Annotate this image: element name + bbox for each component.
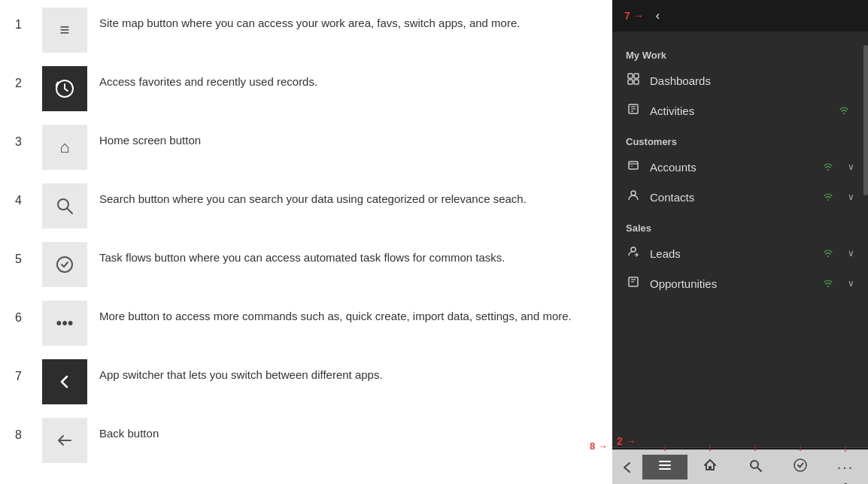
item-text-1: Site map button where you can access you… (99, 8, 520, 31)
list-item-8: 8Back button (15, 418, 583, 463)
chevron-down-icon: ∨ (848, 248, 854, 259)
sidebar-item-opportunities[interactable]: Opportunities∨ (612, 268, 868, 298)
icon-box-4[interactable] (42, 183, 87, 228)
svg-point-14 (631, 191, 636, 195)
sidebar-icon-accounts (626, 159, 641, 174)
section-label-customers: Customers (612, 126, 868, 152)
sidebar-label-leads: Leads (650, 247, 813, 260)
list-item-5: 5Task flows button where you can access … (15, 242, 583, 287)
sidebar-item-leads[interactable]: Leads∨ (612, 238, 868, 268)
wifi-icon (822, 192, 834, 203)
sidebar-icon-dashboards (626, 73, 641, 88)
item-number-3: 3 (15, 125, 30, 149)
nav-arrow-5: ↓ (798, 441, 803, 453)
svg-line-25 (757, 467, 761, 471)
nav-taskflow-button[interactable]: 5↓ (778, 455, 823, 479)
sidebar-back-button[interactable]: ‹ (656, 9, 660, 23)
wifi-icon (822, 278, 834, 289)
item-text-3: Home screen button (99, 125, 201, 148)
sidebar-scrollbar[interactable] (863, 45, 868, 195)
sidebar-item-dashboards[interactable]: Dashboards (612, 65, 868, 95)
svg-point-3 (57, 257, 72, 272)
nav-arrow-3: ↓ (708, 441, 713, 453)
sidebar-label-dashboards: Dashboards (650, 74, 854, 87)
item-number-2: 2 (15, 66, 30, 90)
svg-point-15 (631, 247, 636, 252)
sidebar-label-accounts: Accounts (650, 161, 813, 174)
bottom-nav: 8 →1↓3↓4↓5↓···6↓ (612, 449, 868, 484)
wifi-icon (838, 105, 850, 116)
item-number-7: 7 (15, 359, 30, 383)
svg-rect-5 (634, 74, 639, 78)
nav-icon-nav-search-button (748, 458, 763, 476)
right-panel: 7 → ‹ My WorkDashboardsActivitiesCustome… (612, 0, 868, 484)
left-panel: 1≡Site map button where you can access y… (0, 0, 598, 484)
nav-arrow-4: ↓ (753, 441, 758, 453)
sidebar-item-accounts[interactable]: Accounts∨ (612, 152, 868, 182)
annotation-row-2: 2 → (612, 434, 868, 447)
nav-more-button[interactable]: ···6↓ (823, 455, 868, 479)
list-item-3: 3⌂Home screen button (15, 125, 583, 170)
icon-box-1[interactable]: ≡ (42, 8, 87, 53)
item-number-1: 1 (15, 8, 30, 32)
sidebar-item-activities[interactable]: Activities (612, 95, 868, 126)
svg-rect-6 (628, 80, 633, 84)
item-text-8: Back button (99, 418, 159, 441)
nav-icon-nav-more-button: ··· (837, 458, 854, 476)
item-number-5: 5 (15, 242, 30, 266)
nav-icon-nav-taskflow-button (793, 458, 808, 476)
wifi-icon (822, 162, 834, 173)
list-item-1: 1≡Site map button where you can access y… (15, 8, 583, 53)
wifi-icon (822, 248, 834, 259)
section-label-sales: Sales (612, 212, 868, 238)
nav-arrow-1: ↓ (663, 441, 668, 453)
chevron-down-icon: ∨ (848, 192, 854, 202)
nav-home-button[interactable]: 3↓ (687, 455, 733, 479)
section-label-my-work: My Work (612, 39, 868, 65)
icon-box-8[interactable] (42, 418, 87, 463)
item-text-4: Search button where you can search your … (99, 183, 527, 207)
sidebar-header: 7 → ‹ (612, 0, 868, 32)
sidebar-label-activities: Activities (650, 104, 829, 117)
annotation-7: 7 → (624, 10, 644, 22)
chevron-down-icon: ∨ (848, 278, 854, 289)
icon-box-7[interactable] (42, 359, 87, 404)
sidebar-label-contacts: Contacts (650, 191, 813, 204)
item-number-8: 8 (15, 418, 30, 442)
chevron-down-icon: ∨ (848, 162, 854, 172)
list-item-2: 2 Access favorites and recently used rec… (15, 66, 583, 111)
svg-point-26 (794, 459, 806, 471)
icon-box-3[interactable]: ⌂ (42, 125, 87, 170)
svg-rect-12 (629, 162, 638, 169)
nav-menu-button[interactable]: 1↓ (642, 455, 687, 479)
item-text-6: More button to access more commands such… (99, 301, 572, 324)
nav-arrow-6: ↓ (843, 442, 848, 454)
icon-box-6[interactable]: ••• (42, 301, 87, 346)
nav-icon-nav-home-button (703, 458, 718, 476)
sidebar-label-opportunities: Opportunities (650, 277, 813, 290)
item-text-5: Task flows button where you can access a… (99, 242, 505, 265)
svg-rect-4 (628, 74, 633, 78)
sidebar-icon-opportunities (626, 276, 641, 291)
list-item-4: 4Search button where you can search your… (15, 183, 583, 228)
svg-rect-7 (634, 80, 639, 84)
item-number-6: 6 (15, 301, 30, 325)
sidebar-icon-leads (626, 246, 641, 261)
nav-search-button[interactable]: 4↓ (733, 455, 778, 479)
nav-icon-nav-menu-button (657, 458, 672, 476)
list-item-7: 7App switcher that lets you switch betwe… (15, 359, 583, 404)
annotation-8: 8 → (590, 440, 608, 452)
sidebar-icon-activities (626, 103, 641, 118)
icon-box-5[interactable] (42, 242, 87, 287)
item-number-4: 4 (15, 183, 30, 207)
sidebar-content: My WorkDashboardsActivitiesCustomersAcco… (612, 32, 868, 434)
sidebar-icon-contacts (626, 189, 641, 204)
list-item-6: 6•••More button to access more commands … (15, 301, 583, 346)
svg-line-2 (67, 208, 72, 213)
item-text-2: Access favorites and recently used recor… (99, 66, 317, 89)
item-text-7: App switcher that lets you switch betwee… (99, 359, 383, 383)
sidebar-item-contacts[interactable]: Contacts∨ (612, 182, 868, 212)
annotation-2: 2 → (617, 435, 636, 447)
icon-box-2[interactable] (42, 66, 87, 111)
nav-back-button[interactable]: 8 → (612, 457, 642, 478)
